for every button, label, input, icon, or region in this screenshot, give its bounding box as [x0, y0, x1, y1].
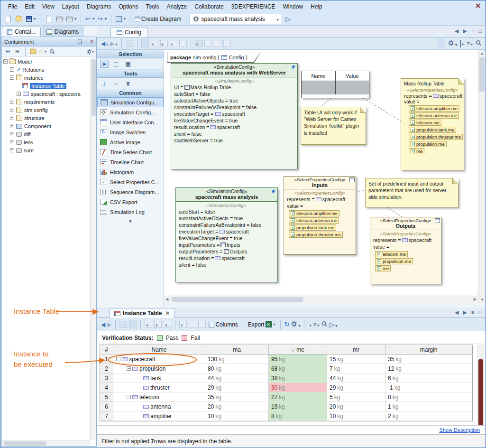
show-in-tree-icon[interactable]	[119, 321, 127, 328]
cell-ma[interactable]: 10kg	[205, 411, 269, 421]
cell-margin[interactable]: 8kg	[385, 392, 472, 402]
parameters-note[interactable]: Set of predefined input and output param…	[365, 178, 458, 207]
validation-icon[interactable]	[129, 320, 137, 329]
palette-selection-header[interactable]: Selection	[97, 50, 164, 58]
tree-item-instance-table[interactable]: Instance Table	[2, 82, 90, 90]
header-number[interactable]: #	[100, 345, 113, 355]
palette-common-header[interactable]: Common	[97, 89, 164, 97]
value-chip[interactable]: me	[409, 148, 424, 154]
pin-icon[interactable]	[291, 65, 296, 71]
value-chip[interactable]: telecom.me	[409, 120, 441, 126]
table-row-antenna[interactable]: 6 antenna 20kg 19kg 20kg 1kg	[100, 402, 472, 411]
undo-button[interactable]: ↩	[84, 14, 95, 24]
cell-margin[interactable]: 12kg	[385, 364, 472, 373]
header-name[interactable]: Name	[113, 345, 205, 355]
zoom-search-button[interactable]	[476, 40, 482, 47]
delete-element-icon[interactable]	[164, 321, 171, 328]
palette-more-chevron-icon[interactable]: ▼	[97, 217, 164, 224]
containment-line-tool-icon[interactable]	[170, 40, 177, 47]
tab-config-diagram[interactable]: Config	[110, 27, 147, 37]
expand-icon[interactable]	[10, 108, 14, 112]
menu-file[interactable]: File	[4, 1, 21, 12]
expand-icon[interactable]	[10, 116, 14, 120]
tree-item-instance[interactable]: instance	[2, 74, 90, 82]
menu-edit[interactable]: Edit	[21, 1, 38, 12]
more-options-button[interactable]	[308, 321, 311, 328]
export-button[interactable]	[44, 14, 53, 24]
shape-tools-button[interactable]	[115, 14, 127, 24]
palette-item-time-series-chart[interactable]: Time Series Chart	[97, 147, 164, 157]
canvas-horizontal-scrollbar[interactable]: ◀ ▶	[164, 296, 478, 303]
property-start-web-server[interactable]: startWebServer = true	[171, 137, 297, 144]
float-panel-icon[interactable]: ❏	[78, 39, 82, 44]
tab-containment[interactable]: Contai...	[2, 27, 41, 37]
property-output-parameters[interactable]: outputParameters = Outputs	[176, 248, 277, 255]
property-silent[interactable]: silent = false	[171, 131, 297, 137]
maximize-view-icon[interactable]: □	[478, 28, 482, 34]
menu-help[interactable]: Help	[307, 1, 326, 12]
next-tab-icon[interactable]: ▶	[463, 309, 467, 316]
property-constraint-failure[interactable]: constraintFailureAsBreakpoint = false	[176, 222, 277, 228]
property-result-location[interactable]: resultLocation = spacecraft	[176, 255, 277, 261]
tab-instance-table[interactable]: Instance Table ✕	[110, 308, 175, 318]
table-settings-button[interactable]	[291, 321, 300, 328]
tree-item-component[interactable]: Component	[2, 122, 90, 130]
diagram-canvas[interactable]: package sim config [ Config ] «Simulatio…	[164, 50, 478, 296]
expand-icon[interactable]	[10, 124, 14, 128]
cell-me[interactable]: 68kg	[269, 364, 327, 373]
header-mr[interactable]: mr	[327, 345, 385, 355]
print-preview-button[interactable]	[65, 14, 77, 24]
align-tool-icon[interactable]: ⇔	[112, 79, 120, 87]
collapse-icon[interactable]	[127, 366, 131, 371]
cell-mr[interactable]: 10kg	[327, 411, 385, 421]
tab-list-icon[interactable]: ≡	[471, 309, 474, 316]
move-up-icon[interactable]	[189, 321, 196, 328]
wait-tool-icon[interactable]: ⧗	[124, 79, 132, 87]
copy-tool-icon[interactable]	[204, 40, 212, 47]
forward-button[interactable]: ▶	[110, 40, 117, 47]
cell-margin[interactable]: 2kg	[385, 411, 472, 421]
expand-icon[interactable]	[10, 132, 14, 136]
palette-item-csv-export[interactable]: CSV Export	[97, 197, 164, 207]
tree-item-sim-config[interactable]: sim config	[2, 106, 90, 114]
cell-me[interactable]: 95kg	[269, 355, 327, 364]
tree-settings-button[interactable]	[87, 48, 94, 55]
grid-options-button[interactable]	[460, 40, 464, 47]
header-margin[interactable]: margin	[385, 345, 472, 355]
active-simulation-config-select[interactable]: spacecraft mass analysis	[190, 14, 282, 24]
cell-ma[interactable]: 35kg	[205, 392, 269, 402]
collapse-icon[interactable]	[10, 75, 14, 80]
cell-name[interactable]: spacecraft	[113, 355, 205, 364]
menu-tools[interactable]: Tools	[142, 1, 163, 12]
palette-item-simulation-configuration[interactable]: Simulation Configu...	[97, 97, 164, 107]
menu-diagrams[interactable]: Diagrams	[83, 1, 115, 12]
back-button[interactable]: ◀	[101, 40, 108, 47]
cell-ma[interactable]: 130kg	[205, 355, 269, 364]
row-style-icon[interactable]	[145, 321, 152, 328]
cell-mr[interactable]: 15kg	[327, 355, 385, 364]
palette-item-image-switcher[interactable]: ↻Image Switcher	[97, 127, 164, 137]
palette-tools-header[interactable]: Tools	[97, 69, 164, 78]
maximize-view-icon[interactable]: □	[478, 309, 482, 316]
add-element-icon[interactable]	[154, 321, 162, 328]
table-row-propulsion[interactable]: 2 propulsion 80kg 68kg 7kg 12kg	[100, 364, 472, 373]
menu-view[interactable]: View	[38, 1, 58, 12]
swimlane-tool-icon[interactable]	[141, 39, 149, 48]
diagram-settings-button[interactable]	[448, 40, 457, 47]
cell-name[interactable]: amplifier	[113, 411, 205, 421]
marquee-select-tool-icon[interactable]: ⬚	[112, 60, 120, 68]
cell-mr[interactable]: 29kg	[327, 383, 385, 392]
header-ma[interactable]: ma	[205, 345, 269, 355]
select-properties-outputs-box[interactable]: «SelectPropertiesConfig» Outputs «Select…	[370, 217, 441, 284]
grid-select-tool-icon[interactable]: ▦	[124, 60, 132, 68]
tree-item-model[interactable]: Model	[2, 57, 90, 65]
property-constraint-failure[interactable]: constraintFailureAsBreakpoint = false	[171, 104, 297, 111]
property-execution-target[interactable]: executionTarget = spacecraft	[176, 228, 277, 235]
palette-item-select-properties-config[interactable]: ✓Select Properties C...	[97, 177, 164, 187]
webserver-plugin-note[interactable]: Table UI will only work if "Web Server f…	[301, 107, 366, 145]
cell-me[interactable]: 8kg	[269, 411, 327, 421]
value-chip[interactable]: telecom.antenna.me	[409, 112, 459, 119]
menu-collaborate[interactable]: Collaborate	[191, 1, 227, 12]
move-down-icon[interactable]	[198, 321, 206, 328]
cell-me[interactable]: 38kg	[269, 373, 327, 383]
